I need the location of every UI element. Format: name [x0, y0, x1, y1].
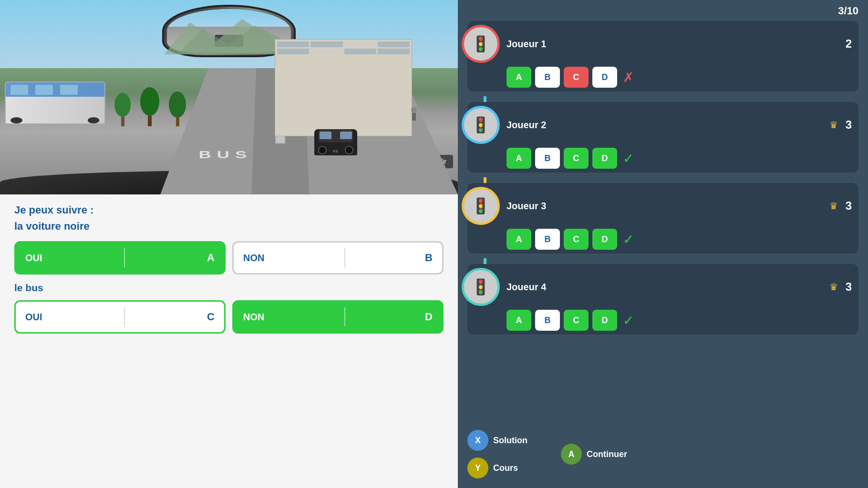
building-right: [275, 39, 412, 136]
player-1-ans-c[interactable]: C: [564, 67, 589, 88]
bottom-actions: X Solution Y Cours A Continuer: [467, 425, 858, 478]
answers-row-1: OUI A NON B: [14, 241, 444, 274]
left-panel: BUS RB: [0, 0, 458, 488]
question-sub1: la voiture noire: [14, 220, 444, 233]
player-1-icon: 🚦: [471, 36, 490, 51]
player-2-score: 3: [846, 118, 852, 132]
player-2-icon: 🚦: [471, 117, 490, 132]
player-3-score: 3: [846, 199, 852, 213]
tree-2: [140, 87, 159, 126]
answer-c-button[interactable]: OUI C: [14, 300, 226, 334]
player-2-card: 🚦 Joueur 2 ♛ 3 A B C D ✓: [467, 102, 858, 173]
connector-3-4: [484, 258, 486, 264]
player-3-avatar: 🚦: [462, 187, 500, 225]
player-2-name: Joueur 2: [506, 120, 829, 131]
divider-d: [344, 307, 345, 326]
player-4-avatar: 🚦: [462, 268, 500, 306]
player-4-score: 3: [846, 280, 852, 294]
player-2-answers: A B C D ✓: [467, 148, 852, 169]
player-1-ans-d[interactable]: D: [592, 67, 617, 88]
player-3-answers: A B C D ✓: [467, 229, 852, 250]
player-4-card: 🚦 Joueur 4 ♛ 3 A B C D ✓: [467, 264, 858, 335]
player-3-crown-icon: ♛: [829, 200, 838, 212]
answer-c-label: OUI: [25, 312, 42, 323]
player-2-ans-c[interactable]: C: [564, 148, 589, 169]
player-3-card: 🚦 Joueur 3 ♛ 3 A B C D ✓: [467, 183, 858, 254]
player-1-ans-b[interactable]: B: [535, 67, 560, 88]
answer-d-button[interactable]: NON D: [232, 300, 444, 334]
player-1-answers: A B C D ✗: [467, 67, 852, 88]
answer-b-label: NON: [243, 253, 264, 264]
player-4-ans-a[interactable]: A: [506, 310, 531, 331]
player-1-ans-a[interactable]: A: [506, 67, 531, 88]
player-2-ans-a[interactable]: A: [506, 148, 531, 169]
a-button-icon: A: [561, 444, 582, 465]
player-2-result-icon: ✓: [623, 151, 634, 166]
connector-2-3: [484, 177, 486, 183]
y-button-icon: Y: [467, 458, 488, 478]
player-2-ans-b[interactable]: B: [535, 148, 560, 169]
answer-a-letter: A: [207, 252, 215, 264]
player-3-ans-a[interactable]: A: [506, 229, 531, 250]
continuer-label: Continuer: [587, 449, 627, 459]
player-4-ans-c[interactable]: C: [564, 310, 589, 331]
answer-d-label: NON: [243, 312, 264, 323]
answer-b-button[interactable]: NON B: [232, 241, 444, 274]
pedestrian: [407, 107, 421, 126]
progress-indicator: 3/10: [467, 5, 858, 17]
player-1-name: Joueur 1: [506, 39, 841, 50]
player-3-ans-b[interactable]: B: [535, 229, 560, 250]
player-1-score: 2: [846, 37, 852, 51]
player-4-ans-d[interactable]: D: [592, 310, 617, 331]
black-car: RB: [314, 129, 357, 155]
action-group-left: X Solution Y Cours: [467, 430, 527, 478]
player-3-icon: 🚦: [471, 198, 490, 214]
divider-c: [124, 307, 125, 326]
player-1-avatar: 🚦: [462, 25, 500, 63]
player-3-header: 🚦 Joueur 3 ♛ 3: [467, 187, 852, 225]
player-2-avatar: 🚦: [462, 106, 500, 144]
player-1-header: 🚦 Joueur 1 2: [467, 25, 852, 63]
svg-text:BUS: BUS: [199, 149, 253, 161]
player-4-name: Joueur 4: [506, 282, 829, 293]
answer-c-letter: C: [207, 311, 215, 323]
answers-row-2: OUI C NON D: [14, 300, 444, 334]
right-panel: 3/10 🚦 Joueur 1 2 A B C D ✗ 🚦 Joueur 2 ♛…: [458, 0, 868, 488]
player-3-name: Joueur 3: [506, 201, 829, 212]
player-3-result-icon: ✓: [623, 232, 634, 247]
answer-a-button[interactable]: OUI A: [14, 241, 226, 274]
player-1-result-icon: ✗: [623, 70, 634, 85]
answer-a-label: OUI: [25, 253, 42, 264]
player-4-result-icon: ✓: [623, 313, 634, 328]
player-4-icon: 🚦: [471, 279, 490, 295]
tram-vehicle: [5, 81, 105, 124]
x-button-icon: X: [467, 430, 488, 451]
player-4-crown-icon: ♛: [829, 281, 838, 293]
photo-area: BUS RB: [0, 0, 458, 194]
player-2-header: 🚦 Joueur 2 ♛ 3: [467, 106, 852, 144]
player-2-ans-d[interactable]: D: [592, 148, 617, 169]
player-2-crown-icon: ♛: [829, 119, 838, 131]
player-3-ans-d[interactable]: D: [592, 229, 617, 250]
cours-label: Cours: [493, 463, 518, 473]
question-sub2: le bus: [14, 282, 444, 294]
solution-button[interactable]: X Solution: [467, 430, 527, 451]
tree-1: [114, 93, 131, 126]
continuer-button[interactable]: A Continuer: [561, 444, 627, 465]
divider-a: [124, 248, 125, 267]
solution-label: Solution: [493, 436, 527, 446]
player-4-header: 🚦 Joueur 4 ♛ 3: [467, 268, 852, 306]
answer-d-letter: D: [425, 311, 433, 323]
question-area: Je peux suivre : la voiture noire OUI A …: [0, 194, 458, 488]
question-intro: Je peux suivre :: [14, 204, 444, 216]
cours-button[interactable]: Y Cours: [467, 458, 527, 478]
player-4-ans-b[interactable]: B: [535, 310, 560, 331]
player-3-ans-c[interactable]: C: [564, 229, 589, 250]
connector-1-2: [484, 96, 486, 102]
player-1-card: 🚦 Joueur 1 2 A B C D ✗: [467, 21, 858, 92]
answer-b-letter: B: [425, 252, 433, 264]
divider-b: [344, 248, 345, 267]
player-4-answers: A B C D ✓: [467, 310, 852, 331]
